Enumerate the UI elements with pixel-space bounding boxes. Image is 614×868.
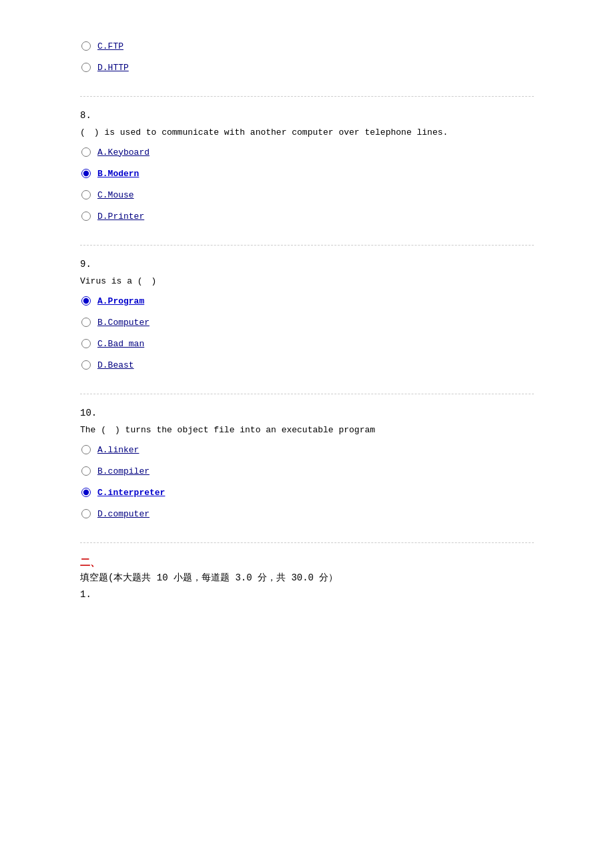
question-9-number: 9. xyxy=(80,259,534,270)
radio-q8-a[interactable] xyxy=(80,146,92,158)
radio-input-q9-a[interactable] xyxy=(81,296,91,306)
section2-header: 二、 填空题(本大题共 10 小题，每道题 3.0 分，共 30.0 分） 1. xyxy=(80,556,534,600)
radio-q10-d[interactable] xyxy=(80,508,92,520)
list-item: B.compiler xyxy=(80,465,534,477)
option-label-c-ftp[interactable]: C.FTP xyxy=(97,41,123,51)
radio-q9-c[interactable] xyxy=(80,338,92,350)
list-item: A.Keyboard xyxy=(80,146,534,158)
radio-q8-d[interactable] xyxy=(80,210,92,222)
list-item: D.HTTP xyxy=(80,61,534,73)
radio-q10-b[interactable] xyxy=(80,465,92,477)
option-label-q10-a[interactable]: A.linker xyxy=(97,445,139,455)
top-options-block: C.FTP D.HTTP xyxy=(80,40,534,97)
radio-input-c-ftp[interactable] xyxy=(81,41,91,51)
list-item: B.Computer xyxy=(80,316,534,328)
radio-input-q10-a[interactable] xyxy=(81,445,91,454)
radio-input-q9-d[interactable] xyxy=(81,360,91,370)
radio-q9-b[interactable] xyxy=(80,316,92,328)
radio-q10-c[interactable] xyxy=(80,486,92,498)
section2-description: 填空题(本大题共 10 小题，每道题 3.0 分，共 30.0 分） xyxy=(80,572,534,584)
option-label-q10-b[interactable]: B.compiler xyxy=(97,466,149,476)
radio-input-q10-d[interactable] xyxy=(81,509,91,518)
radio-input-q8-d[interactable] xyxy=(81,211,91,221)
option-label-q8-a[interactable]: A.Keyboard xyxy=(97,147,149,157)
top-options-list: C.FTP D.HTTP xyxy=(80,40,534,73)
question-9-options: A.Program B.Computer C.Bad man D.Beast xyxy=(80,295,534,371)
question-10-block: 10. The ( ) turns the object file into a… xyxy=(80,408,534,543)
radio-input-q9-b[interactable] xyxy=(81,318,91,327)
question-9-block: 9. Virus is a ( ) A.Program B.Computer C… xyxy=(80,259,534,394)
radio-q10-a[interactable] xyxy=(80,444,92,456)
option-label-q10-c[interactable]: C.interpreter xyxy=(97,488,165,498)
radio-q9-d[interactable] xyxy=(80,359,92,371)
radio-input-q8-a[interactable] xyxy=(81,147,91,157)
radio-input-q9-c[interactable] xyxy=(81,339,91,348)
option-label-q9-c[interactable]: C.Bad man xyxy=(97,339,144,349)
list-item: C.Bad man xyxy=(80,338,534,350)
section2-title: 二、 xyxy=(80,556,534,569)
question-10-text: The ( ) turns the object file into an ex… xyxy=(80,424,534,436)
radio-d-http[interactable] xyxy=(80,61,92,73)
radio-q8-c[interactable] xyxy=(80,189,92,201)
question-9-text: Virus is a ( ) xyxy=(80,275,534,287)
radio-input-q10-c[interactable] xyxy=(81,488,91,497)
section2-first-item: 1. xyxy=(80,589,534,600)
question-8-text: ( ) is used to communicate with another … xyxy=(80,126,534,138)
radio-input-q10-b[interactable] xyxy=(81,466,91,476)
radio-q9-a[interactable] xyxy=(80,295,92,307)
list-item: C.Mouse xyxy=(80,189,534,201)
list-item: C.interpreter xyxy=(80,486,534,498)
option-label-q8-d[interactable]: D.Printer xyxy=(97,211,144,222)
question-8-block: 8. ( ) is used to communicate with anoth… xyxy=(80,110,534,246)
question-8-number: 8. xyxy=(80,110,534,121)
question-8-options: A.Keyboard B.Modern C.Mouse D.Printer xyxy=(80,146,534,222)
radio-input-q8-b[interactable] xyxy=(81,169,91,178)
option-label-q9-d[interactable]: D.Beast xyxy=(97,360,134,370)
radio-input-d-http[interactable] xyxy=(81,63,91,72)
list-item: B.Modern xyxy=(80,167,534,179)
radio-q8-b[interactable] xyxy=(80,167,92,179)
option-label-q8-b[interactable]: B.Modern xyxy=(97,169,139,179)
option-label-d-http[interactable]: D.HTTP xyxy=(97,63,129,73)
question-10-number: 10. xyxy=(80,408,534,418)
list-item: D.Beast xyxy=(80,359,534,371)
list-item: D.Printer xyxy=(80,210,534,222)
option-label-q9-a[interactable]: A.Program xyxy=(97,296,144,306)
list-item: C.FTP xyxy=(80,40,534,52)
list-item: D.computer xyxy=(80,508,534,520)
radio-c-ftp[interactable] xyxy=(80,40,92,52)
list-item: A.linker xyxy=(80,444,534,456)
option-label-q9-b[interactable]: B.Computer xyxy=(97,318,149,328)
list-item: A.Program xyxy=(80,295,534,307)
question-10-options: A.linker B.compiler C.interpreter D.comp… xyxy=(80,444,534,520)
radio-input-q8-c[interactable] xyxy=(81,190,91,199)
option-label-q10-d[interactable]: D.computer xyxy=(97,509,149,519)
option-label-q8-c[interactable]: C.Mouse xyxy=(97,190,134,200)
